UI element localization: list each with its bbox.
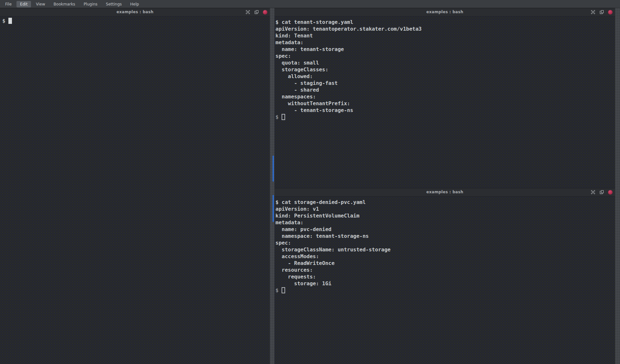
menu-item-bookmarks[interactable]: Bookmarks [50, 1, 79, 7]
detach-view-icon[interactable] [599, 10, 604, 15]
prompt-line: $ [0, 17, 270, 24]
prompt-line: $ [274, 114, 615, 120]
pane-top-right: examples : bash $ cat tenant-storage.yam… [274, 8, 615, 188]
terminal-bottom-right[interactable]: $ cat storage-denied-pvc.yaml apiVersion… [274, 197, 615, 294]
pane-top-right-controls [591, 10, 613, 15]
pane-top-right-title: examples : bash [274, 10, 615, 14]
terminal-left[interactable]: $ [0, 17, 270, 24]
pane-left: examples : bash $ [0, 8, 270, 364]
prompt-line: $ [274, 287, 615, 294]
activity-indicator-dot [608, 10, 613, 15]
shell-prompt: $ [275, 114, 279, 120]
shell-prompt: $ [275, 287, 279, 294]
scrollbar-thumb-bottom-pane[interactable] [273, 195, 274, 222]
terminal-top-right[interactable]: $ cat tenant-storage.yaml apiVersion: te… [274, 16, 615, 120]
expand-view-icon[interactable] [245, 10, 250, 15]
menu-item-help[interactable]: Help [127, 1, 142, 7]
activity-indicator-dot [608, 190, 613, 195]
menu-item-plugins[interactable]: Plugins [80, 1, 101, 7]
terminal-window: File Edit View Bookmarks Plugins Setting… [0, 0, 620, 364]
split-divider-scroll-track[interactable] [270, 8, 274, 364]
pane-bottom-right-title: examples : bash [274, 190, 615, 194]
expand-view-icon[interactable] [591, 10, 595, 15]
detach-view-icon[interactable] [599, 190, 604, 195]
detach-view-icon[interactable] [254, 10, 259, 15]
pane-bottom-right-header[interactable]: examples : bash [274, 188, 615, 197]
terminal-output: $ cat tenant-storage.yaml apiVersion: te… [274, 16, 615, 114]
scrollbar-thumb-top-pane[interactable] [273, 156, 274, 182]
menu-bar: File Edit View Bookmarks Plugins Setting… [0, 0, 620, 8]
pane-left-controls [245, 10, 267, 15]
pane-left-title: examples : bash [0, 10, 270, 14]
pane-left-header[interactable]: examples : bash [0, 8, 270, 16]
terminal-cursor-unfocused [282, 287, 285, 293]
expand-view-icon[interactable] [591, 190, 595, 195]
pane-bottom-right-controls [591, 190, 613, 195]
menu-item-view[interactable]: View [32, 1, 48, 7]
terminal-cursor-focused [8, 18, 12, 24]
pane-top-right-header[interactable]: examples : bash [274, 8, 615, 16]
menu-item-settings[interactable]: Settings [102, 1, 125, 7]
menu-item-edit[interactable]: Edit [16, 1, 31, 7]
scrollbar-track-right[interactable] [615, 8, 620, 364]
menu-item-file[interactable]: File [2, 1, 15, 7]
terminal-output: $ cat storage-denied-pvc.yaml apiVersion… [274, 197, 615, 287]
terminal-cursor-unfocused [282, 114, 285, 120]
shell-prompt: $ [2, 17, 5, 24]
pane-bottom-right: examples : bash $ cat storage-denied-pvc… [274, 188, 615, 364]
activity-indicator-dot [263, 10, 267, 15]
